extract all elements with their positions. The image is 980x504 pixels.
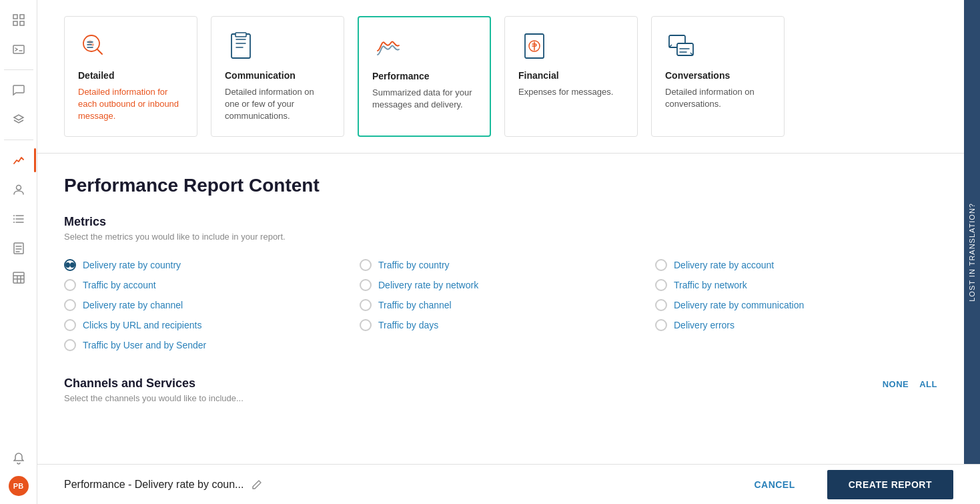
radio-traffic-days[interactable] — [360, 319, 372, 331]
sidebar-item-analytics[interactable] — [7, 148, 31, 172]
metric-delivery-communication[interactable]: Delivery rate by communication — [655, 295, 937, 315]
metric-label-delivery-communication: Delivery rate by communication — [674, 300, 804, 310]
svg-rect-4 — [13, 45, 24, 53]
section-title: Performance Report Content — [64, 175, 937, 196]
card-financial-title: Financial — [518, 70, 624, 81]
radio-delivery-account[interactable] — [655, 259, 667, 271]
conversations-icon — [665, 30, 697, 62]
svg-point-5 — [16, 186, 21, 190]
channels-actions: NONE ALL — [883, 379, 937, 389]
card-conversations-desc: Detailed information on conversations. — [665, 86, 771, 110]
sidebar: PB — [0, 0, 37, 504]
sidebar-item-contacts[interactable] — [7, 178, 31, 202]
metrics-subtitle: Select the metrics you would like to inc… — [64, 232, 937, 242]
svg-rect-10 — [13, 272, 24, 283]
metric-clicks-url[interactable]: Clicks by URL and recipients — [64, 315, 346, 335]
svg-point-6 — [13, 215, 15, 216]
cards-row: Detailed Detailed information for each o… — [64, 16, 937, 137]
metrics-col-2: Traffic by country Delivery rate by netw… — [360, 255, 642, 355]
metric-delivery-account[interactable]: Delivery rate by account — [655, 255, 937, 275]
channels-section: Channels and Services NONE ALL Select th… — [64, 376, 937, 403]
metric-traffic-user-sender[interactable]: Traffic by User and by Sender — [64, 335, 346, 355]
radio-traffic-channel[interactable] — [360, 299, 372, 311]
sidebar-item-layers[interactable] — [7, 107, 31, 132]
metric-traffic-channel[interactable]: Traffic by channel — [360, 295, 642, 315]
metrics-section: Metrics Select the metrics you would lik… — [64, 215, 937, 355]
svg-rect-3 — [20, 21, 24, 25]
footer-left: Performance - Delivery rate by coun... — [64, 479, 262, 491]
radio-delivery-network[interactable] — [360, 279, 372, 291]
radio-traffic-account[interactable] — [64, 279, 76, 291]
metric-label-delivery-network: Delivery rate by network — [378, 280, 478, 290]
right-panel[interactable]: LOST IN TRANSLATION? — [964, 0, 980, 504]
card-detailed[interactable]: Detailed Detailed information for each o… — [64, 16, 197, 137]
channels-none-button[interactable]: NONE — [883, 379, 909, 389]
metric-label-delivery-errors: Delivery errors — [674, 320, 734, 330]
metrics-col-1: Delivery rate by country Traffic by acco… — [64, 255, 346, 355]
metric-label-delivery-account: Delivery rate by account — [674, 260, 774, 270]
financial-icon — [518, 30, 550, 62]
card-communication-title: Communication — [225, 70, 330, 81]
svg-rect-14 — [231, 34, 250, 58]
card-performance[interactable]: Performance Summarized data for your mes… — [358, 16, 491, 137]
metric-delivery-network[interactable]: Delivery rate by network — [360, 275, 642, 295]
card-financial-desc: Expenses for messages. — [518, 86, 624, 98]
avatar[interactable]: PB — [9, 476, 29, 496]
metrics-grid: Delivery rate by country Traffic by acco… — [64, 255, 937, 355]
card-conversations[interactable]: Conversations Detailed information on co… — [651, 16, 785, 137]
metric-traffic-days[interactable]: Traffic by days — [360, 315, 642, 335]
radio-clicks-url[interactable] — [64, 319, 76, 331]
edit-icon[interactable] — [252, 479, 262, 490]
svg-rect-0 — [13, 15, 17, 19]
radio-traffic-network[interactable] — [655, 279, 667, 291]
sidebar-item-grid[interactable] — [7, 8, 31, 32]
radio-traffic-user-sender[interactable] — [64, 339, 76, 351]
sidebar-item-chat[interactable] — [7, 78, 31, 102]
sidebar-item-list[interactable] — [7, 207, 31, 231]
svg-rect-2 — [13, 21, 17, 25]
card-communication[interactable]: Communication Detailed information on on… — [211, 16, 344, 137]
metric-label-traffic-country: Traffic by country — [378, 260, 450, 270]
metrics-title: Metrics — [64, 215, 937, 229]
radio-delivery-communication[interactable] — [655, 299, 667, 311]
detailed-icon — [78, 30, 110, 62]
metric-traffic-country[interactable]: Traffic by country — [360, 255, 642, 275]
sidebar-bottom: PB — [7, 447, 31, 496]
performance-icon — [372, 31, 404, 63]
card-communication-desc: Detailed information on one or few of yo… — [225, 86, 330, 123]
card-performance-desc: Summarized data for your messages and de… — [372, 87, 476, 111]
metric-label-delivery-rate-country: Delivery rate by country — [83, 260, 181, 270]
metric-label-traffic-channel: Traffic by channel — [378, 300, 452, 310]
metric-label-clicks-url: Clicks by URL and recipients — [83, 320, 201, 330]
channels-subtitle: Select the channels you would like to in… — [64, 393, 937, 403]
metric-traffic-account[interactable]: Traffic by account — [64, 275, 346, 295]
card-financial[interactable]: Financial Expenses for messages. — [504, 16, 638, 137]
radio-traffic-country[interactable] — [360, 259, 372, 271]
metric-traffic-network[interactable]: Traffic by network — [655, 275, 937, 295]
metric-delivery-errors[interactable]: Delivery errors — [655, 315, 937, 335]
radio-delivery-errors[interactable] — [655, 319, 667, 331]
sidebar-item-terminal[interactable] — [7, 37, 31, 61]
channels-all-button[interactable]: ALL — [919, 379, 937, 389]
create-report-button[interactable]: CREATE REPORT — [827, 470, 953, 499]
sidebar-divider-2 — [4, 140, 33, 140]
cancel-button[interactable]: CANCEL — [730, 470, 819, 499]
radio-delivery-channel[interactable] — [64, 299, 76, 311]
metric-delivery-rate-country[interactable]: Delivery rate by country — [64, 255, 346, 275]
card-detailed-desc: Detailed information for each outbound o… — [78, 86, 183, 123]
radio-delivery-rate-country[interactable] — [64, 259, 76, 271]
sidebar-item-bell[interactable] — [7, 447, 31, 471]
svg-rect-15 — [235, 33, 246, 37]
metrics-col-3: Delivery rate by account Traffic by netw… — [655, 255, 937, 355]
channels-header: Channels and Services NONE ALL — [64, 376, 937, 391]
sidebar-item-report[interactable] — [7, 236, 31, 260]
card-conversations-title: Conversations — [665, 70, 771, 81]
metric-delivery-channel[interactable]: Delivery rate by channel — [64, 295, 346, 315]
channels-title: Channels and Services — [64, 376, 195, 391]
sidebar-item-table[interactable] — [7, 266, 31, 290]
footer-report-title: Performance - Delivery rate by coun... — [64, 479, 243, 491]
svg-point-8 — [13, 222, 15, 223]
content-area: Performance Report Content Metrics Selec… — [37, 154, 964, 504]
report-type-cards: Detailed Detailed information for each o… — [37, 0, 964, 154]
svg-rect-1 — [20, 15, 24, 19]
